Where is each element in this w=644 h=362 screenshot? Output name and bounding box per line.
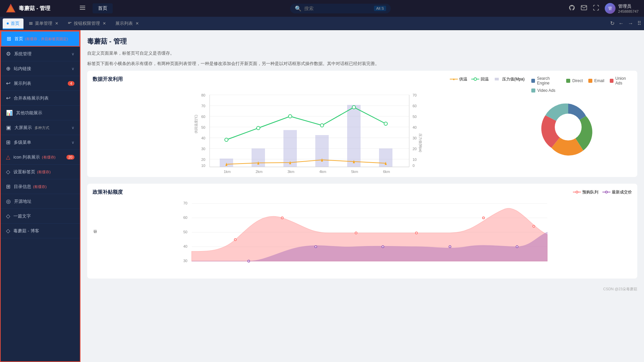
user-info: 管理员 2458885747 [618, 3, 639, 13]
top-header: 毒蘑菇 - 管理 首页 🔍 Alt S [0, 0, 644, 17]
sidebar-item-article[interactable]: ◇ 一篇文字 [1, 209, 80, 224]
logo-area: 毒蘑菇 - 管理 [5, 3, 72, 14]
sidebar-item-home[interactable]: ⊞ 首页 (有缓存，并且标签页固定) [1, 31, 80, 47]
article-icon: ◇ [6, 213, 10, 219]
sidebar-big-screen-label: 大屏展示 [14, 125, 32, 130]
tab-display-list-label: 展示列表 [115, 20, 133, 26]
legend-pressure: 压力值(Mpa) [493, 76, 525, 82]
tab-bar: 首页 菜单管理 ✕ 按钮权限管理 ✕ 展示列表 ✕ ↻ ← → ⠿ [0, 17, 644, 30]
user-name: 管理员 [618, 3, 639, 9]
sidebar-blog-label: 毒蘑菇 - 博客 [13, 228, 74, 234]
logo-icon [5, 3, 16, 14]
svg-text:50: 50 [201, 125, 205, 129]
sidebar-item-big-screen[interactable]: ▣ 大屏展示 多种方式 ∨ [1, 120, 80, 135]
sidebar-item-site-links[interactable]: ⊕ 站内链接 ∨ [1, 61, 80, 76]
menu-toggle-button[interactable] [78, 3, 87, 14]
donut-legend-row-1: Search Engine Direct Email [531, 76, 632, 85]
sidebar-item-other-func[interactable]: 📊 其他功能展示 [1, 106, 80, 120]
pressure-bar-icon [493, 77, 501, 81]
chevron-down-icon-3: ∨ [71, 125, 74, 130]
gear-icon: ⚙ [6, 51, 11, 57]
sidebar-item-icon-list[interactable]: △ icon 列表展示 (有缓存) 20 [1, 150, 80, 165]
tab-menu-mgmt-close[interactable]: ✕ [55, 21, 58, 26]
search-shortcut: Alt S [374, 6, 386, 11]
sidebar-icon-list-label: icon 列表展示 [13, 155, 40, 160]
search-input[interactable] [304, 6, 371, 11]
svg-point-87 [449, 246, 451, 248]
tab-btn-permission-close[interactable]: ✕ [103, 21, 106, 26]
svg-point-93 [483, 217, 485, 219]
chart-header-2: 政策补贴额度 预购队列 最新成交价 [93, 189, 632, 195]
svg-text:30: 30 [201, 147, 205, 151]
big-screen-icon: ▣ [6, 124, 11, 131]
github-icon[interactable] [569, 4, 575, 13]
tab-home[interactable]: 首页 [3, 18, 23, 28]
svg-text:压力值(Mpa): 压力值(Mpa) [419, 133, 422, 152]
tab-display-list-close[interactable]: ✕ [136, 21, 139, 26]
svg-point-86 [382, 246, 384, 248]
logo-text: 毒蘑菇 - 管理 [19, 5, 50, 12]
legend-video-ads-label: Video Ads [537, 88, 555, 93]
chart-legend-2: 预购队列 最新成交价 [573, 189, 632, 195]
svg-point-92 [416, 232, 418, 234]
legend-search-engine: Search Engine [531, 76, 561, 85]
svg-text:1km: 1km [224, 170, 231, 174]
legend-direct-label: Direct [572, 78, 583, 83]
donut-svg [531, 97, 605, 157]
tab-menu-mgmt[interactable]: 菜单管理 ✕ [25, 18, 62, 28]
sidebar-item-system-mgmt[interactable]: ⚙ 系统管理 ∨ [1, 47, 80, 61]
svg-text:60: 60 [183, 216, 187, 220]
icon-list-icon: △ [6, 154, 10, 160]
sidebar-item-open-source[interactable]: ◎ 开源地址 [1, 194, 80, 209]
sidebar-home-label: 首页 [14, 36, 23, 41]
legend-queue: 预购队列 [573, 189, 598, 195]
tab-back-icon[interactable]: ← [619, 20, 624, 26]
legend-pressure-label: 压力值(Mpa) [502, 76, 525, 82]
sidebar-item-dir-info[interactable]: ⊞ 目录信息 (有缓存) [1, 179, 80, 194]
svg-point-14 [474, 78, 477, 80]
queue-line-icon [573, 190, 581, 194]
tab-grid-icon[interactable]: ⠿ [637, 20, 641, 26]
chart-left-1: 数据开发利用 供温 [93, 76, 525, 172]
chart-svg-1: 80 70 60 50 40 30 20 10 供回温度(℃) 70 60 50 [93, 86, 525, 170]
display-list-icon: ↩ [6, 80, 10, 86]
svg-rect-7 [29, 23, 33, 24]
avatar: 管 [605, 3, 615, 14]
sidebar-set-tab-label: 设置标签页 [13, 169, 35, 174]
search-icon: 🔍 [295, 5, 302, 12]
svg-text:20: 20 [413, 147, 417, 151]
svg-text:20: 20 [201, 158, 205, 162]
user-area[interactable]: 管 管理员 2458885747 [605, 3, 639, 14]
search-wrap[interactable]: 🔍 Alt S [290, 4, 391, 13]
donut-chart-area: Search Engine Direct Email [531, 76, 632, 172]
sidebar-item-blog[interactable]: ◇ 毒蘑菇 - 博客 [1, 224, 80, 238]
sidebar-item-multi-menu[interactable]: ⊞ 多级菜单 ∨ [1, 135, 80, 150]
sidebar-item-merge-table[interactable]: ↩ 合并表格展示列表 [1, 91, 80, 106]
svg-rect-46 [347, 105, 361, 167]
tab-display-list[interactable]: 展示列表 ✕ [111, 18, 143, 28]
svg-point-88 [516, 246, 518, 248]
sidebar-system-mgmt-label: 系统管理 [14, 51, 68, 57]
tab-refresh-icon[interactable]: ↻ [610, 20, 614, 26]
tab-btn-permission[interactable]: 按钮权限管理 ✕ [64, 18, 110, 28]
sidebar-item-display-list[interactable]: ↩ 展示列表 4 [1, 76, 80, 91]
tab-btn-permission-label: 按钮权限管理 [74, 20, 100, 26]
svg-point-85 [315, 246, 317, 248]
fullscreen-icon[interactable] [593, 4, 599, 13]
display-list-badge: 4 [68, 81, 74, 86]
sidebar-item-set-tab[interactable]: ◇ 设置标签页 (有缓存) [1, 165, 80, 179]
svg-text:70: 70 [201, 104, 205, 108]
page-desc-1: 自定义页面菜单，标签页可自定义是否缓存。 [87, 50, 637, 57]
open-source-icon: ◎ [6, 198, 11, 204]
svg-text:60: 60 [201, 115, 205, 119]
chart2-y-label: 价格 [93, 199, 98, 273]
chevron-down-icon-4: ∨ [71, 140, 74, 145]
header-home-tab[interactable]: 首页 [93, 3, 113, 13]
svg-text:70: 70 [183, 201, 187, 205]
legend-search-engine-label: Search Engine [537, 76, 561, 85]
mail-icon[interactable] [581, 4, 587, 13]
svg-text:供回温度(℃): 供回温度(℃) [194, 115, 198, 133]
content-area: 毒蘑菇 - 管理 自定义页面菜单，标签页可自定义是否缓存。 标签页下面有小横条的… [80, 30, 644, 362]
tab-forward-icon[interactable]: → [628, 20, 633, 26]
chart-title-1: 数据开发利用 [93, 76, 123, 82]
